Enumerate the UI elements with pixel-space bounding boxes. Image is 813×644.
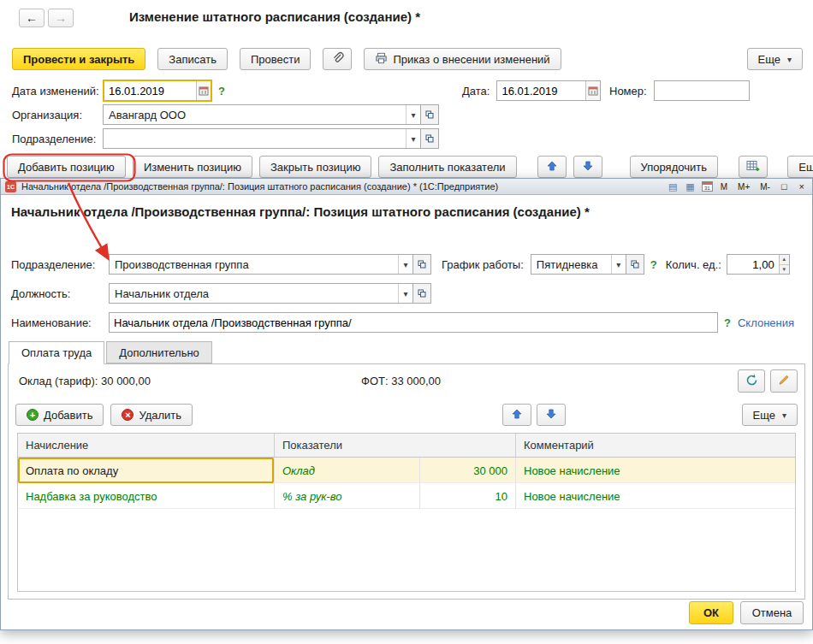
recalculate-button[interactable]: [738, 369, 765, 393]
position-combo[interactable]: Начальник отдела ▾: [109, 283, 413, 304]
attachments-button[interactable]: [323, 48, 352, 70]
dropdown-icon[interactable]: ▾: [406, 129, 420, 148]
date-input[interactable]: [497, 81, 585, 100]
row-up-button[interactable]: [502, 404, 531, 426]
spin-down-icon[interactable]: ▼: [780, 265, 789, 275]
tab-salary[interactable]: Оплата труда: [9, 341, 104, 364]
add-position-button[interactable]: Добавить позицию: [7, 156, 126, 178]
delete-row-label: Удалить: [139, 409, 181, 422]
schedule-label: График работы:: [442, 258, 524, 271]
open-button[interactable]: [626, 254, 644, 275]
dialog-department-combo[interactable]: Производственная группа ▾: [109, 254, 413, 275]
edit-position-button[interactable]: Изменить позицию: [133, 156, 252, 178]
column-header-comment[interactable]: Комментарий: [516, 434, 795, 457]
dialog-titlebar[interactable]: 1С Начальник отдела /Производственная гр…: [1, 179, 812, 195]
post-button[interactable]: Провести: [240, 48, 312, 70]
grid-icon[interactable]: ▦: [684, 181, 696, 192]
column-header-indicators[interactable]: Показатели: [275, 434, 516, 457]
help-icon[interactable]: ?: [218, 85, 225, 97]
dialog-position-row: Должность: Начальник отдела ▾: [11, 282, 431, 304]
number-field: [654, 80, 750, 101]
order-button[interactable]: Упорядочить: [630, 156, 718, 178]
app-window: ← → Изменение штатного расписания (созда…: [0, 0, 813, 644]
add-table-button[interactable]: [739, 156, 768, 178]
refresh-icon: [745, 374, 758, 389]
cell-accrual[interactable]: Надбавка за руководство: [18, 483, 275, 509]
page-title: Изменение штатного расписания (создание)…: [129, 9, 420, 24]
cell-comment[interactable]: Новое начисление: [516, 458, 795, 483]
schedule-combo[interactable]: Пятидневка ▾: [531, 254, 626, 275]
cell-comment[interactable]: Новое начисление: [516, 483, 795, 509]
row-down-button[interactable]: [537, 404, 566, 426]
cancel-button[interactable]: Отмена: [740, 601, 804, 624]
cell-accrual[interactable]: Оплата по окладу: [18, 458, 275, 483]
ok-button[interactable]: ОК: [689, 601, 733, 624]
cell-value[interactable]: 10: [420, 483, 516, 509]
post-and-close-button[interactable]: Провести и закрыть: [12, 48, 145, 70]
name-field: [109, 312, 718, 333]
paperclip-icon: [331, 51, 344, 67]
open-icon: [631, 258, 639, 271]
spin-up-icon[interactable]: ▲: [780, 255, 789, 265]
add-row-button[interactable]: + Добавить: [15, 404, 104, 426]
cell-indicator[interactable]: Оклад: [275, 458, 420, 483]
declensions-link[interactable]: Склонения: [738, 316, 794, 329]
department-group: Подразделение: ▾: [12, 127, 439, 150]
name-input[interactable]: [110, 313, 717, 332]
cell-indicator[interactable]: % за рук-во: [275, 483, 420, 509]
help-icon[interactable]: ?: [650, 258, 657, 271]
column-header-accrual[interactable]: Начисление: [18, 434, 275, 457]
forward-button[interactable]: →: [48, 9, 74, 27]
delete-row-button[interactable]: × Удалить: [110, 404, 193, 426]
number-input[interactable]: [655, 81, 749, 100]
more-positions-label: Ещ: [798, 161, 813, 174]
calendar-icon[interactable]: [196, 81, 211, 100]
dropdown-icon[interactable]: ▾: [611, 255, 626, 274]
help-icon[interactable]: ?: [724, 316, 731, 329]
open-button[interactable]: [421, 104, 439, 125]
department-combo[interactable]: ▾: [103, 128, 421, 149]
move-up-button[interactable]: [537, 156, 567, 178]
document-icon[interactable]: ▤: [667, 181, 679, 192]
cell-value[interactable]: 30 000: [420, 458, 516, 483]
change-date-input[interactable]: [104, 81, 196, 100]
print-order-button[interactable]: Приказ о внесении изменений: [364, 48, 561, 70]
down-arrow-icon: [583, 161, 593, 174]
close-button[interactable]: ×: [796, 181, 808, 192]
organization-combo[interactable]: Авангард ООО ▾: [103, 104, 421, 125]
write-button[interactable]: Записать: [157, 48, 228, 70]
open-button[interactable]: [413, 254, 431, 275]
move-down-button[interactable]: [573, 156, 602, 178]
memory-minus-button[interactable]: М-: [757, 182, 773, 192]
open-button[interactable]: [421, 128, 439, 149]
add-row-label: Добавить: [44, 409, 92, 422]
tab-additional[interactable]: Дополнительно: [106, 341, 212, 363]
more-table-button[interactable]: Еще ▾: [742, 404, 798, 426]
chevron-down-icon: ▾: [782, 411, 786, 420]
change-date-field: [103, 80, 212, 102]
fill-indicators-button[interactable]: Заполнить показатели: [378, 156, 516, 178]
more-positions-button[interactable]: Ещ: [787, 156, 813, 178]
quantity-label: Колич. ед.:: [666, 258, 721, 271]
memory-button[interactable]: М: [718, 182, 730, 192]
more-button[interactable]: Еще ▾: [747, 48, 803, 70]
organization-value: Авангард ООО: [104, 109, 406, 121]
more-label: Еще: [758, 53, 780, 66]
position-dialog: 1С Начальник отдела /Производственная гр…: [0, 178, 813, 630]
calendar-icon[interactable]: 31: [702, 181, 713, 192]
calendar-icon[interactable]: [585, 81, 600, 100]
restore-button[interactable]: □: [778, 181, 791, 192]
dropdown-icon[interactable]: ▾: [398, 284, 412, 303]
open-button[interactable]: [413, 283, 431, 304]
dropdown-icon[interactable]: ▾: [406, 105, 420, 124]
change-date-group: Дата изменений: ?: [12, 80, 225, 102]
back-button[interactable]: ←: [19, 9, 45, 27]
dropdown-icon[interactable]: ▾: [398, 255, 412, 274]
close-position-button[interactable]: Закрыть позицию: [259, 156, 372, 178]
edit-values-button[interactable]: [770, 369, 798, 393]
quantity-input[interactable]: [727, 255, 779, 274]
dialog-tabs: Оплата труда Дополнительно: [9, 341, 214, 364]
memory-plus-button[interactable]: М+: [735, 182, 752, 192]
dialog-footer: ОК Отмена: [689, 601, 804, 624]
up-arrow-icon: [547, 161, 557, 174]
